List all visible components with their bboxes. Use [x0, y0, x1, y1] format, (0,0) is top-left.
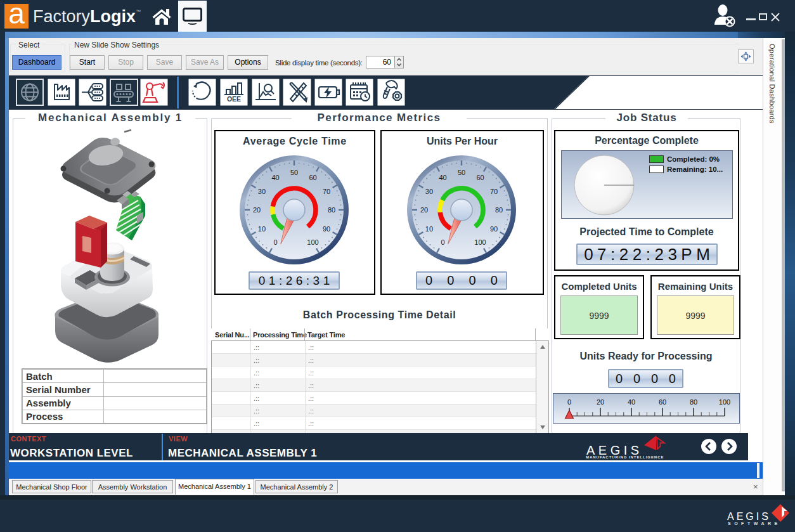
svg-text:40: 40 — [439, 174, 446, 181]
svg-text:0: 0 — [567, 398, 571, 406]
svg-text:60: 60 — [659, 398, 666, 406]
svg-text:20: 20 — [597, 398, 604, 406]
svg-text:OEE: OEE — [227, 95, 241, 103]
svg-text:50: 50 — [290, 169, 298, 176]
svg-text:30: 30 — [258, 188, 266, 195]
svg-text:80: 80 — [328, 206, 335, 214]
svg-text:0: 0 — [273, 238, 277, 246]
svg-text:10: 10 — [258, 225, 266, 233]
svg-text:90: 90 — [490, 225, 498, 233]
svg-text:30: 30 — [425, 188, 433, 195]
svg-text:50: 50 — [458, 169, 465, 176]
svg-text:40: 40 — [628, 398, 635, 406]
svg-text:60: 60 — [476, 174, 484, 181]
svg-text:90: 90 — [323, 225, 330, 233]
svg-text:60: 60 — [309, 174, 316, 181]
svg-text:40: 40 — [271, 174, 279, 181]
svg-text:20: 20 — [253, 206, 261, 214]
svg-text:70: 70 — [323, 188, 330, 195]
svg-text:80: 80 — [495, 206, 503, 214]
svg-text:20: 20 — [420, 206, 428, 214]
svg-text:10: 10 — [425, 225, 433, 233]
svg-text:100: 100 — [474, 238, 486, 246]
svg-text:0: 0 — [441, 238, 444, 246]
svg-text:70: 70 — [490, 188, 498, 195]
svg-text:100: 100 — [307, 238, 318, 246]
svg-text:100: 100 — [719, 398, 730, 406]
svg-text:80: 80 — [690, 398, 697, 406]
